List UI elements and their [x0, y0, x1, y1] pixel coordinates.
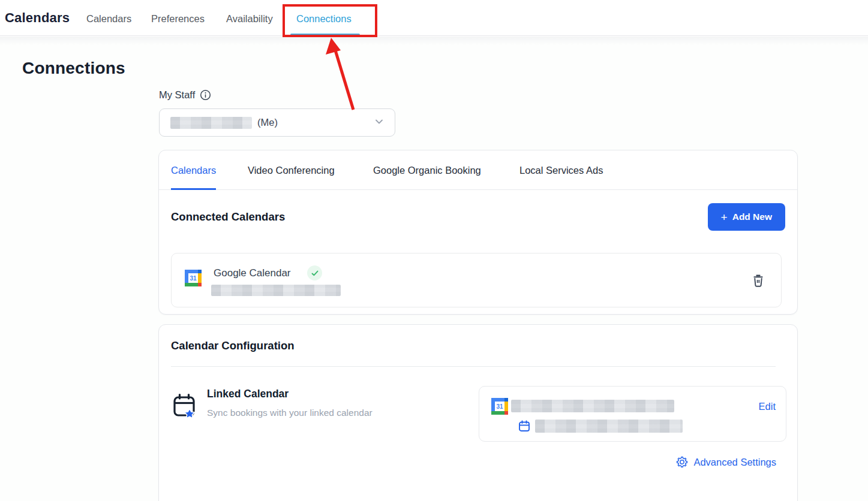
- calendar-configuration-card: Calendar Configuration Linked Calendar S…: [158, 324, 798, 501]
- staff-me-suffix: (Me): [257, 117, 278, 128]
- calendar-star-icon: [172, 393, 199, 422]
- chevron-down-icon: [374, 117, 384, 129]
- advanced-settings-link[interactable]: Advanced Settings: [676, 456, 776, 468]
- connected-calendars-heading: Connected Calendars: [171, 210, 285, 224]
- page-title: Connections: [22, 59, 125, 78]
- nav-tab-connections[interactable]: Connections: [296, 13, 352, 25]
- advanced-settings-label: Advanced Settings: [693, 457, 776, 468]
- calendar-configuration-heading: Calendar Configuration: [171, 339, 295, 352]
- add-new-button[interactable]: + Add New: [708, 203, 785, 231]
- edit-link[interactable]: Edit: [759, 401, 776, 412]
- staff-select-dropdown[interactable]: (Me): [159, 108, 395, 137]
- google-calendar-icon: 31: [185, 270, 202, 286]
- google-calendar-icon: 31: [491, 398, 508, 415]
- tab-google-organic-booking[interactable]: Google Organic Booking: [373, 150, 481, 190]
- calendar-outline-icon: [518, 419, 531, 435]
- plus-icon: +: [721, 212, 728, 223]
- connection-name: Google Calendar: [214, 267, 291, 279]
- info-icon[interactable]: [200, 89, 211, 101]
- nav-tab-calendars[interactable]: Calendars: [86, 13, 131, 25]
- tab-calendars[interactable]: Calendars: [171, 150, 216, 190]
- staff-name-redacted: [170, 117, 252, 129]
- linked-calendar-box: 31 Edit: [479, 386, 786, 442]
- main-content: Connections My Staff (Me) Calendars Vide…: [0, 37, 868, 501]
- active-tab-underline: [290, 34, 360, 36]
- add-new-label: Add New: [732, 212, 772, 222]
- my-staff-label: My Staff: [159, 89, 195, 101]
- connection-email-redacted: [211, 285, 341, 296]
- trash-icon[interactable]: [752, 273, 765, 288]
- nav-tab-availability[interactable]: Availability: [226, 13, 273, 25]
- nav-tab-preferences[interactable]: Preferences: [151, 13, 205, 25]
- linked-calendar-name-redacted: [535, 419, 683, 433]
- app-header: Calendars Calendars Preferences Availabi…: [0, 0, 868, 36]
- integration-tabbar: Calendars Video Conferencing Google Orga…: [159, 150, 797, 190]
- gear-icon: [676, 456, 688, 468]
- divider: [171, 366, 776, 367]
- tab-video-conferencing[interactable]: Video Conferencing: [248, 150, 335, 190]
- check-circle-icon: [307, 265, 322, 280]
- app-title: Calendars: [5, 10, 70, 26]
- linked-account-redacted: [511, 400, 674, 412]
- linked-calendar-subtitle: Sync bookings with your linked calendar: [207, 408, 373, 418]
- tab-local-services-ads[interactable]: Local Services Ads: [519, 150, 603, 190]
- linked-calendar-title: Linked Calendar: [207, 388, 289, 400]
- google-calendar-connection-row: 31 Google Calendar: [171, 253, 782, 307]
- connected-calendars-card: Calendars Video Conferencing Google Orga…: [158, 150, 798, 315]
